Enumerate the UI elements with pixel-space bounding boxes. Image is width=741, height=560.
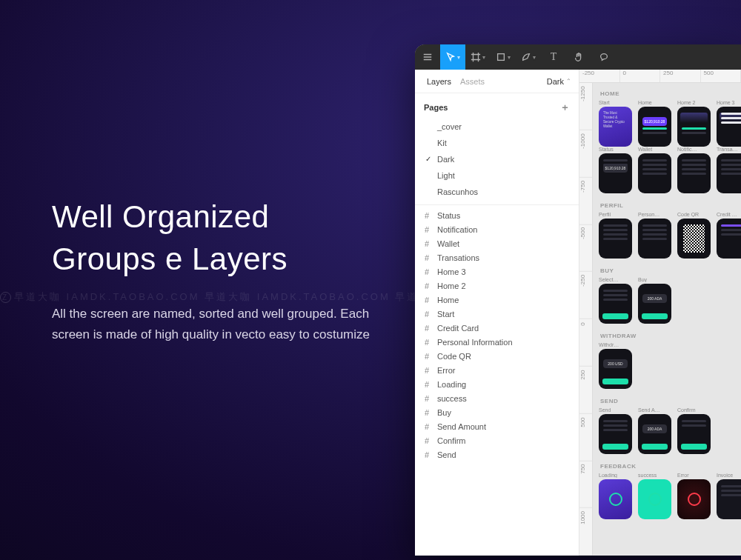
frame-label: Loading — [599, 473, 632, 478]
frame-label: Code QR — [677, 212, 711, 217]
watch-screen: 200 ADA — [638, 284, 671, 324]
layer-label: Home 3 — [437, 267, 466, 276]
layer-item[interactable]: #success — [415, 391, 579, 405]
frame-icon: # — [422, 239, 431, 248]
layer-item[interactable]: #Personal Information — [415, 335, 579, 349]
layer-label: success — [437, 394, 467, 403]
pages-list: _coverKitDarkLightRascunhos — [415, 119, 579, 205]
comment-tool[interactable] — [591, 44, 617, 70]
canvas-frame[interactable]: Credit … — [717, 212, 741, 259]
page-item[interactable]: Kit — [415, 135, 579, 151]
shape-tool[interactable]: ▾ — [491, 44, 516, 70]
layer-label: Loading — [437, 380, 466, 389]
text-tool[interactable]: T — [541, 44, 566, 70]
figma-toolbar: ▾ ▾ ▾ ▾ T — [415, 44, 741, 70]
watch-screen — [677, 153, 711, 193]
canvas-frame[interactable]: Transa… — [717, 147, 741, 193]
layer-label: Confirm — [437, 436, 466, 445]
layer-item[interactable]: #Error — [415, 363, 579, 377]
layer-label: Buy — [437, 408, 451, 417]
main-menu-button[interactable] — [415, 44, 440, 70]
layer-item[interactable]: #Code QR — [415, 349, 579, 363]
frame-tool[interactable]: ▾ — [465, 44, 491, 70]
canvas-section-label: HOME — [600, 90, 735, 97]
frame-label: Perfil — [599, 212, 632, 217]
canvas-frame[interactable]: Loading — [599, 473, 632, 519]
canvas-frame[interactable]: Home 2 — [677, 100, 711, 147]
frame-icon: # — [422, 296, 431, 304]
frame-label: Select… — [599, 277, 632, 282]
canvas-frame[interactable]: Home$120,910.28 — [638, 100, 671, 147]
canvas-frame[interactable]: Home 3 — [717, 100, 741, 147]
hand-tool[interactable] — [566, 44, 591, 70]
page-item[interactable]: Light — [415, 167, 579, 184]
watch-screen: 200 USD — [599, 349, 632, 389]
layer-item[interactable]: #Home 2 — [415, 279, 579, 293]
frame-label: Notific… — [677, 147, 711, 152]
watch-screen — [717, 107, 741, 147]
canvas-frame[interactable]: Wallet — [638, 147, 671, 193]
tab-layers[interactable]: Layers — [422, 77, 456, 86]
frame-label: Invoice — [717, 473, 741, 478]
canvas[interactable]: -2500250500 -1250-1000-750-500-250025050… — [579, 70, 741, 556]
canvas-frame[interactable]: Send A…200 ADA — [638, 407, 671, 454]
frame-icon: # — [422, 380, 431, 389]
panel-tabs: Layers Assets Dark⌃ — [415, 70, 579, 93]
frame-icon: # — [422, 324, 431, 333]
canvas-frame[interactable]: Code QR — [677, 212, 711, 259]
layer-item[interactable]: #Confirm — [415, 433, 579, 447]
layer-item[interactable]: #Send Amount — [415, 419, 579, 433]
frame-label: Credit … — [717, 212, 741, 217]
canvas-frame[interactable]: Person… — [638, 212, 671, 259]
canvas-frame[interactable]: Send — [599, 407, 632, 454]
canvas-frame[interactable]: Notific… — [677, 147, 711, 193]
canvas-frame[interactable]: success — [638, 473, 671, 519]
layer-item[interactable]: #Status — [415, 208, 579, 222]
canvas-section-label: SEND — [600, 398, 735, 404]
svg-rect-0 — [498, 54, 505, 61]
frame-label: Buy — [638, 277, 671, 282]
layer-item[interactable]: #Start — [415, 307, 579, 321]
canvas-frame[interactable]: Invoice — [717, 473, 741, 519]
layer-item[interactable]: #Credit Card — [415, 321, 579, 335]
layer-item[interactable]: #Loading — [415, 377, 579, 391]
canvas-frame[interactable]: Confirm — [677, 407, 711, 454]
canvas-frame[interactable]: Error — [677, 473, 711, 519]
layer-label: Error — [437, 366, 455, 375]
layer-item[interactable]: #Home — [415, 293, 579, 307]
add-page-button[interactable]: ＋ — [560, 101, 570, 114]
frame-label: Confirm — [677, 407, 711, 413]
layer-label: Send Amount — [437, 422, 486, 431]
canvas-frame[interactable]: Status$120,910.28 — [599, 147, 632, 193]
page-item[interactable]: Rascunhos — [415, 184, 579, 200]
watch-screen: $120,910.28 — [638, 107, 671, 147]
layer-item[interactable]: #Transations — [415, 250, 579, 264]
frames-area: HOMEStartThe Most Trusted & Secure Crypt… — [593, 83, 741, 556]
canvas-frame[interactable]: StartThe Most Trusted & Secure Crypto Wa… — [599, 100, 632, 147]
chevron-up-icon: ⌃ — [566, 78, 571, 84]
page-item[interactable]: Dark — [415, 151, 579, 167]
layer-item[interactable]: #Wallet — [415, 236, 579, 250]
pen-tool[interactable]: ▾ — [516, 44, 541, 70]
tab-assets[interactable]: Assets — [456, 77, 489, 86]
page-dropdown[interactable]: Dark⌃ — [547, 77, 571, 86]
canvas-frame[interactable]: Withdr…200 USD — [599, 342, 632, 389]
ruler-horizontal: -2500250500 — [579, 70, 741, 83]
frame-icon: # — [422, 225, 431, 234]
watch-screen — [677, 107, 711, 147]
page-item[interactable]: _cover — [415, 119, 579, 135]
canvas-section-label: PERFIL — [600, 202, 735, 209]
watch-screen — [677, 414, 711, 454]
frame-icon: # — [422, 352, 431, 361]
frame-label: Status — [599, 147, 632, 152]
layer-item[interactable]: #Home 3 — [415, 264, 579, 279]
layer-item[interactable]: #Buy — [415, 405, 579, 419]
canvas-frame[interactable]: Perfil — [599, 212, 632, 259]
layer-item[interactable]: #Send — [415, 447, 579, 461]
canvas-frame[interactable]: Select… — [599, 277, 632, 324]
canvas-frame[interactable]: Buy200 ADA — [638, 277, 671, 324]
layer-item[interactable]: #Notification — [415, 222, 579, 236]
move-tool[interactable]: ▾ — [440, 44, 465, 70]
layer-label: Start — [437, 310, 454, 319]
frame-icon: # — [422, 366, 431, 375]
